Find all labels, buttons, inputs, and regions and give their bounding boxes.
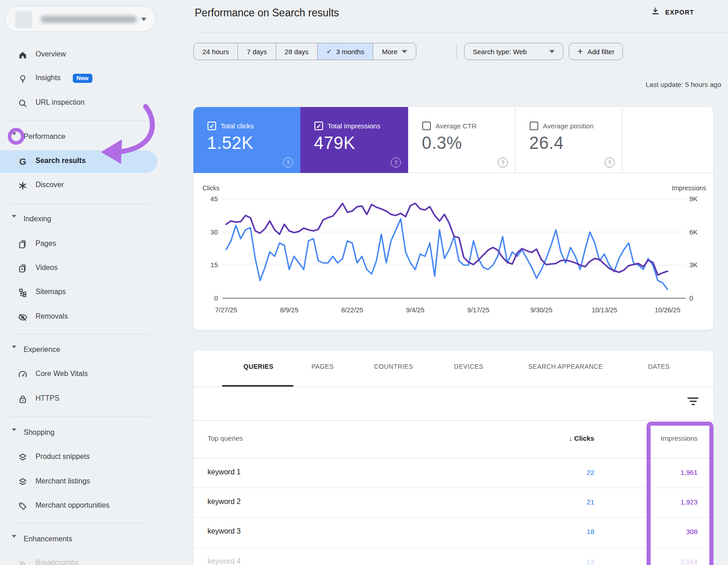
sort-descending-icon: ↓ [569,434,572,442]
left-axis-title: Clicks [202,184,219,192]
tab-queries[interactable]: QUERIES [243,363,273,370]
sidebar-item-insights[interactable]: Insights New [0,67,157,90]
table-row[interactable]: keyword 2 21 1,923 [193,488,713,517]
chevron-down-icon [402,50,407,53]
sidebar-item-core-web-vitals[interactable]: Core Web Vitals [0,363,157,386]
eye-off-icon [17,312,28,323]
property-avatar [15,11,32,28]
sidebar-item-merchant-listings[interactable]: Merchant listings [0,471,157,494]
tab-search-appearance[interactable]: SEARCH APPEARANCE [528,363,603,370]
help-icon[interactable]: ? [605,158,615,168]
metric-total-impressions[interactable]: ✓ Total impressions 479K ? [300,107,408,173]
tag-icon [17,501,28,512]
chevron-down-icon [12,135,16,143]
google-g-icon: G [17,156,28,167]
column-header-impressions[interactable]: Impressions [661,434,698,442]
lightbulb-icon [17,73,28,84]
check-icon: ✓ [326,47,332,56]
search-icon [17,98,28,109]
lock-icon [17,394,28,405]
tab-dates[interactable]: DATES [648,363,670,370]
asterisk-icon [17,180,28,191]
chevron-down-icon [141,18,147,21]
column-header-clicks[interactable]: ↓ Clicks [569,434,594,442]
table-row[interactable]: keyword 4 13 2,014 [193,547,713,565]
unchecked-checkbox-icon[interactable] [422,122,431,130]
chart-lines [222,199,686,300]
property-selector[interactable] [5,6,156,32]
range-24-hours[interactable]: 24 hours [194,43,238,60]
chevron-down-icon [12,348,16,356]
divider [10,204,150,204]
divider [456,44,457,59]
divider [10,121,150,121]
pages-icon [17,239,28,250]
divider [193,387,713,387]
sidebar-item-sitemaps[interactable]: Sitemaps [0,281,157,304]
sidebar-item-pages[interactable]: Pages [0,233,157,256]
range-28-days[interactable]: 28 days [276,43,318,60]
tab-countries[interactable]: COUNTRIES [374,363,413,370]
sidebar-item-removals[interactable]: Removals [0,306,157,329]
divider [193,32,728,32]
metric-average-ctr[interactable]: Average CTR 0.3% ? [408,107,515,173]
chevron-down-icon [12,431,16,439]
sidebar-section-performance[interactable]: Performance [0,126,157,149]
date-range-group: 24 hours 7 days 28 days ✓ 3 months More [193,43,416,60]
plus-icon: + [577,46,583,56]
last-update-text: Last update: 5 hours ago [646,81,721,88]
right-axis-title: Impressions [672,184,706,192]
range-3-months[interactable]: ✓ 3 months [317,43,373,60]
sidebar-section-enhancements[interactable]: Enhancements [0,529,157,551]
sidebar-item-product-snippets[interactable]: Product snippets [0,446,157,469]
property-name-redacted [40,16,137,23]
filter-rows-icon[interactable] [687,397,699,405]
range-more-button[interactable]: More [373,43,415,60]
speedometer-icon [17,369,28,380]
video-icon [17,263,28,274]
sidebar-item-https[interactable]: HTTPS [0,388,157,411]
export-button[interactable]: EXPORT [651,6,694,18]
performance-summary-card: ✓ Total clicks 1.52K ? ✓ Total impressio… [193,107,713,330]
sidebar-item-breadcrumbs[interactable]: Breadcrumbs [0,552,157,565]
column-header-top-queries[interactable]: Top queries [207,434,243,442]
performance-line-chart[interactable] [222,199,686,300]
sidebar-section-indexing[interactable]: Indexing [0,209,157,231]
table-row[interactable]: keyword 3 18 308 [193,517,713,547]
sidebar-item-videos[interactable]: Videos [0,257,157,280]
help-icon[interactable]: ? [283,158,293,168]
table-row[interactable]: keyword 1 22 1,961 [193,458,713,488]
help-icon[interactable]: ? [391,158,401,168]
layers-icon [17,452,28,463]
checked-checkbox-icon[interactable]: ✓ [207,122,216,130]
metric-cards-row: ✓ Total clicks 1.52K ? ✓ Total impressio… [193,107,713,173]
help-icon[interactable]: ? [498,158,508,168]
sidebar-section-experience[interactable]: Experience [0,339,157,362]
chevron-down-icon [12,538,16,546]
sidebar-item-merchant-opportunities[interactable]: Merchant opportunities [0,495,157,518]
sidebar-section-shopping[interactable]: Shopping [0,422,157,445]
add-filter-button[interactable]: + Add filter [569,43,623,60]
metric-average-position[interactable]: Average position 26.4 ? [515,107,622,173]
sidebar-item-search-results[interactable]: G Search results [0,150,157,173]
checked-checkbox-icon[interactable]: ✓ [314,122,323,130]
page-title: Performance on Search results [195,7,339,19]
sidebar-item-url-inspection[interactable]: URL inspection [0,92,157,115]
chevron-down-icon [549,50,555,53]
chevron-down-icon [12,218,16,226]
sitemap-icon [17,287,28,298]
tab-devices[interactable]: DEVICES [454,363,483,370]
divider [10,523,150,524]
layers-icon [17,477,28,488]
range-7-days[interactable]: 7 days [238,43,275,60]
sidebar-item-overview[interactable]: Overview [0,44,157,66]
download-icon [651,6,660,18]
unchecked-checkbox-icon[interactable] [530,122,538,130]
tab-pages[interactable]: PAGES [311,363,334,370]
search-type-button[interactable]: Search type: Web [464,43,563,60]
breadcrumbs-icon [17,558,28,565]
dimensions-table-card: QUERIES PAGES COUNTRIES DEVICES SEARCH A… [193,351,713,565]
sidebar-item-discover[interactable]: Discover [0,174,157,197]
divider [193,420,713,421]
metric-total-clicks[interactable]: ✓ Total clicks 1.52K ? [193,107,300,173]
